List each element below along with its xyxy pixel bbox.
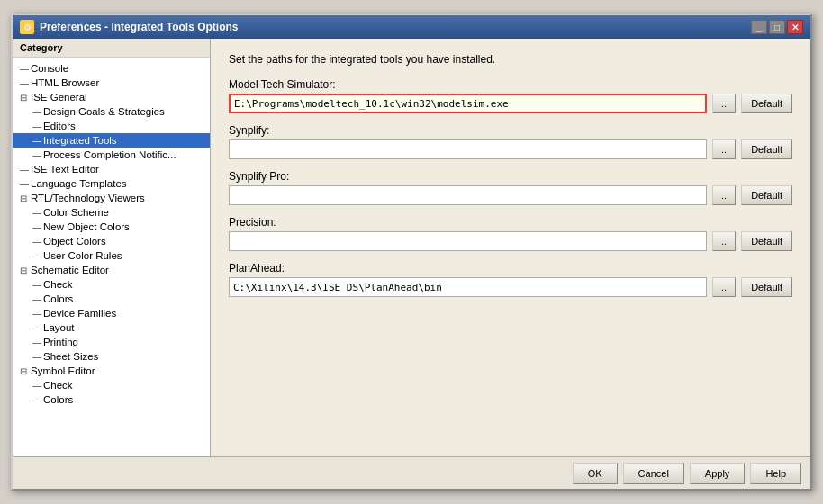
default-button-synplify[interactable]: Default [741,140,792,159]
leaf-icon: — [20,179,31,189]
window-icon: ⚙ [20,20,34,34]
child-icon: — [32,222,43,232]
window-title: Preferences - Integrated Tools Options [40,21,239,33]
collapse-icon: ⊟ [20,366,31,376]
child-icon: — [32,294,43,304]
tree-item-design-goals[interactable]: — Design Goals & Strategies [13,104,210,119]
default-button-planahead[interactable]: Default [741,277,792,297]
default-button-precision[interactable]: Default [741,231,792,251]
browse-button-synplify[interactable]: .. [712,140,736,159]
default-button-model-tech[interactable]: Default [741,94,792,113]
minimize-button[interactable]: _ [751,20,767,34]
label-model-tech: Model Tech Simulator: [229,78,792,91]
tree-item-sheet-sizes[interactable]: — Sheet Sizes [13,349,210,364]
tree-item-user-color-rules[interactable]: — User Color Rules [13,248,210,263]
form-group-model-tech: Model Tech Simulator:..Default [229,78,792,113]
child-icon: — [32,122,43,131]
row-synplify: ..Default [229,140,792,159]
child-icon: — [32,338,43,347]
input-synplify-pro[interactable] [229,185,707,205]
content-area: Category — Console— HTML Browser⊟ ISE Ge… [13,39,810,456]
child-icon: — [32,107,43,117]
child-icon: — [32,208,43,218]
row-synplify-pro: ..Default [229,185,792,205]
tree-item-label: ISE General [31,92,87,103]
input-planahead[interactable] [229,277,707,297]
child-icon: — [32,352,43,362]
tree-item-integrated-tools[interactable]: — Integrated Tools [13,133,210,148]
tree-item-label: Colors [43,293,73,304]
input-precision[interactable] [229,231,707,251]
tree-item-label: Printing [43,337,78,347]
ok-button[interactable]: OK [573,463,618,484]
child-icon: — [32,280,43,290]
tree-item-colors[interactable]: — Colors [13,292,210,306]
bottom-bar: OK Cancel Apply Help [13,456,810,489]
tree-item-label: ISE Text Editor [31,164,99,175]
tree-item-new-object-colors[interactable]: — New Object Colors [13,220,210,234]
tree-item-symbol-editor[interactable]: ⊟ Symbol Editor [13,364,210,378]
tree-item-object-colors[interactable]: — Object Colors [13,234,210,248]
fields-container: Model Tech Simulator:..DefaultSynplify:.… [229,78,792,297]
tree-item-rtl-technology[interactable]: ⊟ RTL/Technology Viewers [13,191,210,205]
tree-item-label: Symbol Editor [31,365,95,376]
close-button[interactable]: ✕ [787,20,803,34]
window-controls: _ □ ✕ [751,20,803,34]
tree-item-label: Sheet Sizes [43,351,98,362]
input-model-tech[interactable] [229,94,707,113]
collapse-icon: ⊟ [20,194,31,203]
browse-button-precision[interactable]: .. [712,231,736,251]
titlebar: ⚙ Preferences - Integrated Tools Options… [13,15,810,39]
browse-button-synplify-pro[interactable]: .. [712,185,736,205]
tree-item-label: Check [43,279,73,290]
tree-item-ise-general[interactable]: ⊟ ISE General [13,90,210,104]
tree-item-label: Schematic Editor [31,265,109,275]
tree-item-check2[interactable]: — Check [13,378,210,392]
form-group-planahead: PlanAhead:..Default [229,262,792,297]
child-icon: — [32,251,43,261]
cancel-button[interactable]: Cancel [623,463,684,484]
child-icon: — [32,237,43,247]
browse-button-model-tech[interactable]: .. [712,94,736,113]
child-icon: — [32,309,43,319]
child-icon: — [32,395,43,405]
browse-button-planahead[interactable]: .. [712,277,736,297]
tree-item-console[interactable]: — Console [13,61,210,76]
apply-button[interactable]: Apply [690,463,746,484]
tree-item-colors2[interactable]: — Colors [13,392,210,407]
maximize-button[interactable]: □ [769,20,785,34]
help-button[interactable]: Help [750,463,801,484]
leaf-icon: — [20,78,31,88]
child-icon: — [32,381,43,391]
section-description: Set the paths for the integrated tools y… [229,53,792,66]
right-panel: Set the paths for the integrated tools y… [211,39,810,456]
tree-item-html-browser[interactable]: — HTML Browser [13,76,210,90]
tree-item-layout[interactable]: — Layout [13,320,210,335]
form-group-synplify: Synplify:..Default [229,124,792,159]
label-synplify-pro: Synplify Pro: [229,170,792,183]
leaf-icon: — [20,64,31,74]
tree-item-ise-text-editor[interactable]: — ISE Text Editor [13,162,210,176]
tree-item-printing[interactable]: — Printing [13,335,210,349]
tree-item-label: Check [43,380,73,391]
label-precision: Precision: [229,216,792,229]
tree-item-label: Integrated Tools [43,135,117,146]
collapse-icon: ⊟ [20,93,31,103]
preferences-window: ⚙ Preferences - Integrated Tools Options… [11,14,812,490]
tree-item-process-completion[interactable]: — Process Completion Notific... [13,148,210,162]
tree-item-label: Process Completion Notific... [43,149,176,160]
tree-container[interactable]: — Console— HTML Browser⊟ ISE General— De… [13,58,210,456]
tree-item-color-scheme[interactable]: — Color Scheme [13,205,210,220]
tree-item-label: Language Templates [31,178,127,189]
tree-item-check[interactable]: — Check [13,277,210,292]
tree-item-schematic-editor[interactable]: ⊟ Schematic Editor [13,263,210,277]
input-synplify[interactable] [229,140,707,159]
default-button-synplify-pro[interactable]: Default [741,185,792,205]
collapse-icon: ⊟ [20,266,31,275]
label-synplify: Synplify: [229,124,792,137]
tree-item-editors[interactable]: — Editors [13,119,210,133]
tree-item-language-templates[interactable]: — Language Templates [13,176,210,191]
label-planahead: PlanAhead: [229,262,792,274]
child-icon: — [32,150,43,160]
tree-item-device-families[interactable]: — Device Families [13,306,210,320]
